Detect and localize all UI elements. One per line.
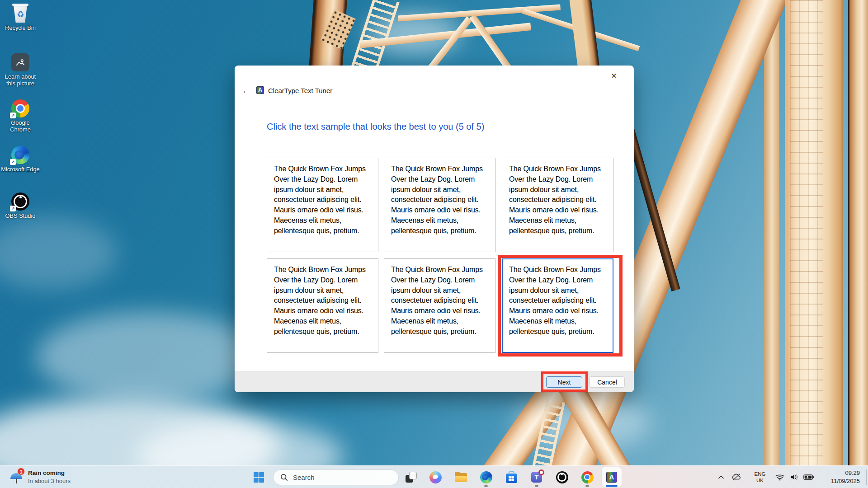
desktop-icon-label: Google Chrome: [0, 119, 41, 133]
cancel-button[interactable]: Cancel: [590, 376, 625, 388]
shortcut-arrow-icon: ↗: [10, 159, 16, 165]
wallpaper-cloud: [36, 312, 262, 402]
search-icon: [280, 473, 288, 482]
task-view-icon: [405, 471, 417, 483]
desktop-icon-recycle-bin[interactable]: ♻ Recycle Bin: [0, 4, 41, 31]
obs-studio-icon: ↗: [0, 192, 41, 211]
active-indicator-cleartype: [606, 485, 618, 487]
battery-charging-icon: [803, 472, 815, 482]
text-sample-1[interactable]: The Quick Brown Fox Jumps Over the Lazy …: [267, 158, 378, 252]
dialog-title: ClearType Text Tuner: [268, 87, 332, 94]
screen: ♻ Recycle Bin Learn about this picture ↗…: [0, 0, 868, 488]
wallpaper-shape: [764, 0, 779, 488]
cleartype-app-icon: A: [606, 472, 617, 483]
weather-widget[interactable]: 1 Rain coming In about 3 hours: [6, 468, 110, 487]
sample-text: The Quick Brown Fox Jumps Over the Lazy …: [384, 158, 495, 236]
teams-icon: T: [531, 472, 542, 483]
windows-logo-icon: [253, 472, 264, 483]
shortcut-arrow-icon: ↗: [10, 206, 16, 211]
google-chrome-button[interactable]: [577, 468, 597, 487]
cleartype-app-icon: A: [256, 86, 264, 94]
desktop-icon-learn-about-this-picture[interactable]: Learn about this picture: [0, 52, 41, 87]
obs-studio-button[interactable]: [552, 468, 572, 487]
cloud-offline-icon: [731, 472, 742, 483]
tray-time: 09:29: [819, 469, 860, 477]
close-icon[interactable]: ✕: [606, 69, 622, 83]
wallpaper-shape: [790, 0, 823, 488]
running-indicator-teams: [535, 485, 538, 487]
learn-about-picture-icon: [0, 52, 41, 71]
file-explorer-icon: [455, 472, 467, 482]
desktop-icon-label: Learn about this picture: [0, 73, 41, 87]
cleartype-tuner-button[interactable]: A: [602, 468, 622, 487]
text-sample-5[interactable]: The Quick Brown Fox Jumps Over the Lazy …: [384, 258, 495, 353]
speaker-icon: [789, 472, 799, 482]
language-tray-button[interactable]: ENG UK: [750, 468, 769, 487]
volume-tray-button[interactable]: [788, 468, 801, 487]
google-chrome-icon: ↗: [0, 99, 41, 117]
teams-letter: T: [535, 474, 539, 481]
notification-badge: 1: [17, 468, 25, 475]
clock-tray-button[interactable]: 09:29 11/09/2025: [819, 468, 863, 487]
sample-text: The Quick Brown Fox Jumps Over the Lazy …: [267, 158, 378, 236]
next-button[interactable]: Next: [546, 376, 582, 388]
onedrive-tray-button[interactable]: [729, 468, 744, 487]
sample-text: The Quick Brown Fox Jumps Over the Lazy …: [503, 259, 613, 337]
copilot-icon: [429, 471, 442, 483]
desktop-icon-obs-studio[interactable]: ↗ OBS Studio: [0, 192, 41, 219]
teams-presence-icon: [538, 469, 544, 475]
tray-date: 11/09/2025: [819, 477, 860, 485]
desktop-icon-microsoft-edge[interactable]: ↗ Microsoft Edge: [0, 145, 41, 173]
back-arrow-icon[interactable]: ←: [239, 84, 254, 97]
desktop-icon-google-chrome[interactable]: ↗ Google Chrome: [0, 99, 41, 133]
search-input[interactable]: Search: [273, 469, 399, 485]
shortcut-arrow-icon: ↗: [10, 113, 16, 118]
taskbar: 1 Rain coming In about 3 hours Search: [0, 465, 868, 488]
language-code: ENG: [755, 471, 766, 477]
show-desktop-divider[interactable]: [866, 469, 867, 485]
file-explorer-button[interactable]: [451, 468, 471, 487]
widget-title: Rain coming: [28, 469, 71, 477]
running-indicator-edge: [484, 485, 488, 487]
sample-text: The Quick Brown Fox Jumps Over the Lazy …: [267, 259, 378, 337]
recycle-glyph: ♻: [17, 9, 24, 19]
wifi-tray-button[interactable]: [773, 468, 787, 487]
microsoft-edge-button[interactable]: [476, 468, 496, 487]
start-button[interactable]: [249, 468, 269, 487]
tray-chevron-button[interactable]: [714, 468, 728, 487]
text-sample-4[interactable]: The Quick Brown Fox Jumps Over the Lazy …: [267, 258, 378, 353]
task-view-button[interactable]: [401, 468, 421, 487]
microsoft-edge-icon: [480, 471, 492, 483]
language-region: UK: [755, 477, 766, 483]
teams-button[interactable]: T: [527, 468, 547, 487]
desktop-icon-label: Recycle Bin: [0, 24, 41, 31]
microsoft-store-button[interactable]: [501, 468, 521, 487]
text-sample-6-selected[interactable]: The Quick Brown Fox Jumps Over the Lazy …: [502, 258, 613, 353]
desktop-icon-label: Microsoft Edge: [0, 166, 41, 173]
search-placeholder: Search: [293, 474, 315, 481]
copilot-button[interactable]: [425, 468, 445, 487]
umbrella-icon: 1: [9, 469, 24, 485]
battery-tray-button[interactable]: [801, 468, 816, 487]
cleartype-tuner-dialog: ✕ ← A ClearType Text Tuner Click the tex…: [235, 66, 634, 392]
text-sample-3[interactable]: The Quick Brown Fox Jumps Over the Lazy …: [502, 158, 613, 252]
sample-text: The Quick Brown Fox Jumps Over the Lazy …: [384, 259, 495, 337]
wallpaper-shape: [848, 0, 868, 488]
google-chrome-icon: [581, 471, 594, 483]
desktop-icon-label: OBS Studio: [0, 212, 41, 219]
widget-subtitle: In about 3 hours: [28, 477, 71, 485]
obs-studio-icon: [556, 471, 568, 483]
recycle-bin-icon: ♻: [0, 4, 41, 23]
running-indicator-chrome: [585, 485, 589, 487]
microsoft-edge-icon: ↗: [0, 145, 41, 164]
wifi-icon: [775, 472, 785, 482]
text-sample-2[interactable]: The Quick Brown Fox Jumps Over the Lazy …: [384, 158, 495, 252]
microsoft-store-icon: [506, 474, 517, 483]
sample-text: The Quick Brown Fox Jumps Over the Lazy …: [502, 158, 613, 236]
dialog-heading: Click the text sample that looks the bes…: [267, 122, 484, 132]
chevron-up-icon: [717, 473, 726, 482]
